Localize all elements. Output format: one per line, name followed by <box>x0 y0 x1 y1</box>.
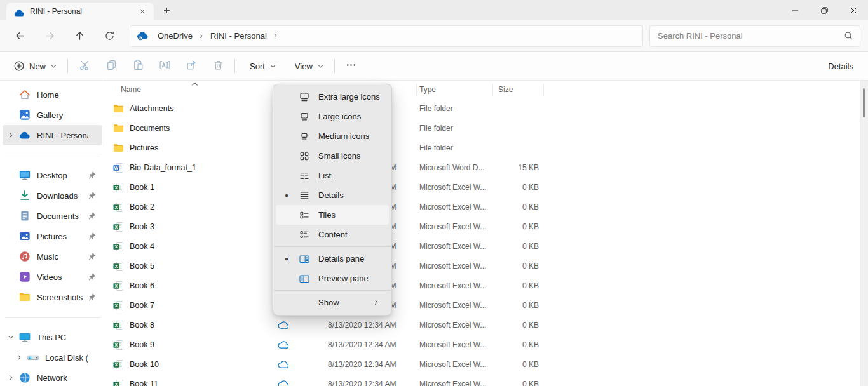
file-row-documents[interactable]: Documents File folder <box>105 119 868 138</box>
menu-item-content[interactable]: Content <box>276 225 389 244</box>
scrollbar-thumb[interactable] <box>863 88 865 117</box>
menu-item-tiles[interactable]: Tiles <box>276 205 389 225</box>
main-area: Home Gallery RINI - Personal Desktop Dow… <box>0 81 868 386</box>
file-name: Documents <box>130 119 170 138</box>
new-button[interactable]: New <box>6 55 64 77</box>
file-row-book-4[interactable]: X Book 4 8/13/2020 12:34 AM Microsoft Ex… <box>105 237 868 256</box>
view-dropdown-menu: Extra large icons Large icons Medium ico… <box>273 84 392 316</box>
sidebar-item-local-disk-c[interactable]: Local Disk (C:) <box>3 347 102 368</box>
file-row-book-10[interactable]: X Book 10 8/13/2020 12:34 AM Microsoft E… <box>105 355 868 375</box>
address-bar[interactable]: OneDrive RINI - Personal <box>130 25 643 47</box>
menu-item-preview-pane[interactable]: Preview pane <box>276 269 389 288</box>
file-row-book-1[interactable]: X Book 1 8/13/2020 12:34 AM Microsoft Ex… <box>105 178 868 197</box>
chevron-right-icon[interactable] <box>11 354 27 361</box>
share-button[interactable] <box>178 55 205 77</box>
tab-close-icon[interactable] <box>135 4 150 18</box>
column-separator[interactable] <box>492 84 493 96</box>
sidebar-item-videos[interactable]: Videos <box>3 267 102 287</box>
tab-title: RINI - Personal <box>30 7 130 16</box>
column-header-size[interactable]: Size <box>498 85 513 94</box>
sidebar-item-network[interactable]: Network <box>3 368 102 386</box>
excel-icon: X <box>113 202 124 213</box>
file-row-book-2[interactable]: X Book 2 8/13/2020 12:34 AM Microsoft Ex… <box>105 197 868 217</box>
file-row-book-8[interactable]: X Book 8 8/13/2020 12:34 AM Microsoft Ex… <box>105 316 868 335</box>
gallery-icon <box>19 109 31 121</box>
restore-button[interactable] <box>810 0 839 20</box>
refresh-button[interactable] <box>97 25 121 48</box>
breadcrumb-rini-personal[interactable]: RINI - Personal <box>207 29 270 43</box>
chevron-right-icon[interactable] <box>270 32 281 39</box>
small-icons-icon <box>299 150 310 162</box>
column-separator[interactable] <box>416 84 417 96</box>
close-button[interactable] <box>839 0 868 20</box>
menu-separator <box>274 246 391 247</box>
search-input[interactable] <box>656 30 844 41</box>
sidebar-item-pictures[interactable]: Pictures <box>3 226 102 246</box>
chevron-right-icon[interactable] <box>3 131 19 139</box>
delete-button[interactable] <box>205 55 231 77</box>
sort-button[interactable]: Sort <box>238 55 283 77</box>
sidebar-item-gallery[interactable]: Gallery <box>3 105 102 125</box>
rename-button[interactable] <box>151 55 178 77</box>
menu-item-large-icons[interactable]: Large icons <box>276 107 389 126</box>
sidebar-item-downloads[interactable]: Downloads <box>3 185 102 206</box>
menu-item-details-pane[interactable]: ● Details pane <box>276 249 389 269</box>
file-row-pictures[interactable]: Pictures File folder <box>105 138 868 158</box>
sidebar-item-music[interactable]: Music <box>3 246 102 267</box>
size-cell: 0 KB <box>461 335 539 355</box>
sidebar-item-screenshots[interactable]: Screenshots <box>3 287 102 307</box>
type-cell: File folder <box>419 99 453 119</box>
chevron-spacer <box>372 211 383 220</box>
menu-item-extra-large-icons[interactable]: Extra large icons <box>276 87 389 107</box>
chevron-right-icon[interactable] <box>3 374 19 382</box>
chevron-down-icon[interactable] <box>3 333 19 341</box>
menu-item-details[interactable]: ● Details <box>276 185 389 205</box>
file-row-attachments[interactable]: Attachments File folder <box>105 99 868 119</box>
column-separator[interactable] <box>543 84 544 96</box>
file-row-book-5[interactable]: X Book 5 8/13/2020 12:34 AM Microsoft Ex… <box>105 256 868 276</box>
breadcrumb-onedrive[interactable]: OneDrive <box>154 29 196 43</box>
menu-item-list[interactable]: List <box>276 166 389 185</box>
vertical-scrollbar[interactable] <box>860 81 868 386</box>
file-row-book-9[interactable]: X Book 9 8/13/2020 12:34 AM Microsoft Ex… <box>105 335 868 355</box>
menu-item-show[interactable]: Show <box>276 293 389 312</box>
delete-icon <box>212 59 224 74</box>
pin-icon <box>88 252 97 261</box>
svg-text:X: X <box>115 225 118 229</box>
file-name: Book 10 <box>130 355 159 375</box>
file-row-book-6[interactable]: X Book 6 8/13/2020 12:34 AM Microsoft Ex… <box>105 276 868 296</box>
menu-item-small-icons[interactable]: Small icons <box>276 146 389 166</box>
forward-button[interactable] <box>37 25 62 48</box>
column-header-name[interactable]: Name <box>121 85 141 94</box>
explorer-tab[interactable]: RINI - Personal <box>6 3 154 20</box>
cut-button[interactable] <box>71 55 98 77</box>
chevron-right-icon[interactable] <box>196 32 207 39</box>
copy-button[interactable] <box>98 55 125 77</box>
file-row-bio-data-format-1[interactable]: W Bio-Data_format_1 8/13/2020 12:34 AM M… <box>105 158 868 178</box>
file-row-book-7[interactable]: X Book 7 8/13/2020 12:34 AM Microsoft Ex… <box>105 296 868 316</box>
chevron-down-icon <box>269 63 276 70</box>
file-row-book-11[interactable]: X Book 11 8/13/2020 12:34 AM Microsoft E… <box>105 375 868 386</box>
up-button[interactable] <box>67 25 92 48</box>
sidebar-item-this-pc[interactable]: This PC <box>3 327 102 347</box>
details-pane-button[interactable]: Details <box>817 55 860 77</box>
view-button[interactable]: View <box>283 55 331 77</box>
paste-button[interactable] <box>125 55 151 77</box>
sidebar-item-home[interactable]: Home <box>3 84 102 105</box>
column-header-type[interactable]: Type <box>419 85 436 94</box>
size-cell: 0 KB <box>461 178 539 197</box>
sidebar-item-rini-personal[interactable]: RINI - Personal <box>3 125 102 145</box>
more-options-button[interactable] <box>338 55 365 77</box>
sidebar-item-documents[interactable]: Documents <box>3 206 102 226</box>
content-view-icon <box>299 229 310 241</box>
svg-text:X: X <box>115 323 118 328</box>
search-icon[interactable] <box>844 31 853 41</box>
sidebar-item-desktop[interactable]: Desktop <box>3 165 102 185</box>
back-button[interactable] <box>8 25 32 48</box>
file-row-book-3[interactable]: X Book 3 8/13/2020 12:34 AM Microsoft Ex… <box>105 217 868 237</box>
minimize-button[interactable] <box>780 0 810 20</box>
menu-item-medium-icons[interactable]: Medium icons <box>276 126 389 146</box>
new-tab-button[interactable] <box>158 1 175 19</box>
pin-icon <box>88 171 97 180</box>
onedrive-icon <box>19 130 31 141</box>
